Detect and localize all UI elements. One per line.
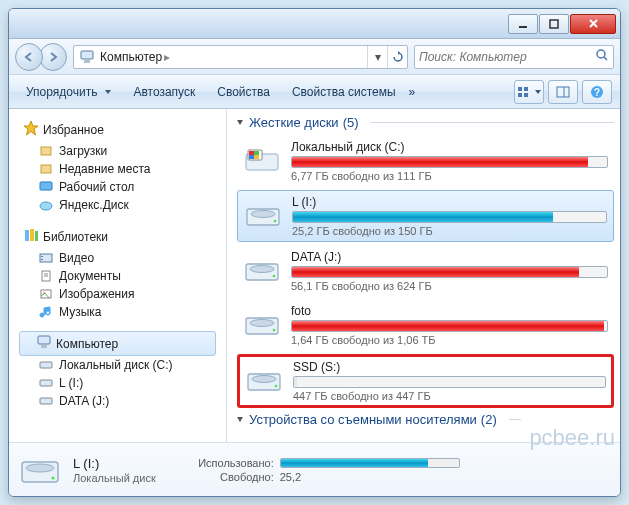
view-button[interactable] (514, 80, 544, 104)
drive-name: Локальный диск (C:) (291, 140, 608, 154)
svg-point-49 (250, 320, 274, 327)
nav-video[interactable]: Видео (19, 249, 226, 267)
libraries-icon (23, 227, 39, 246)
drive-item[interactable]: Локальный диск (C:)6,77 ГБ свободно из 1… (237, 136, 614, 186)
close-button[interactable] (570, 14, 616, 34)
nav-recent[interactable]: Недавние места (19, 160, 226, 178)
libraries-header[interactable]: Библиотеки (19, 224, 226, 249)
svg-rect-25 (41, 259, 43, 260)
nav-images[interactable]: Изображения (19, 285, 226, 303)
drive-status: 25,2 ГБ свободно из 150 ГБ (292, 225, 607, 237)
nav-downloads[interactable]: Загрузки (19, 142, 226, 160)
svg-rect-31 (38, 336, 50, 344)
help-button[interactable]: ? (582, 80, 612, 104)
svg-rect-38 (249, 151, 254, 155)
detail-used-bar (280, 458, 460, 468)
nav-desktop[interactable]: Рабочий стол (19, 178, 226, 196)
computer-header[interactable]: Компьютер (19, 331, 216, 356)
drive-icon (244, 201, 282, 231)
drive-item[interactable]: foto1,64 ГБ свободно из 1,06 ТБ (237, 300, 614, 350)
organize-button[interactable]: Упорядочить (17, 80, 120, 104)
preview-pane-button[interactable] (548, 80, 578, 104)
svg-rect-33 (40, 362, 52, 368)
computer-icon (36, 335, 52, 352)
svg-point-52 (252, 376, 276, 383)
svg-rect-17 (41, 165, 51, 173)
drive-status: 1,64 ГБ свободно из 1,06 ТБ (291, 334, 608, 346)
drive-usage-bar (291, 266, 608, 278)
system-properties-button[interactable]: Свойства системы (283, 80, 405, 104)
svg-point-50 (273, 329, 276, 332)
svg-rect-23 (40, 254, 52, 262)
maximize-button[interactable] (539, 14, 569, 34)
svg-point-43 (251, 211, 275, 218)
svg-rect-35 (40, 398, 52, 404)
nav-documents[interactable]: Документы (19, 267, 226, 285)
navigation-pane: Избранное Загрузки Недавние места Рабочи… (9, 109, 227, 442)
drive-name: foto (291, 304, 608, 318)
detail-free-value: 25,2 (280, 471, 301, 483)
svg-rect-41 (254, 155, 259, 159)
drive-item[interactable]: L (I:)25,2 ГБ свободно из 150 ГБ (237, 190, 614, 242)
drive-icon (245, 366, 283, 396)
watermark: pcbee.ru (529, 425, 615, 451)
drive-icon (243, 256, 281, 286)
svg-rect-9 (524, 87, 528, 91)
detail-type: Локальный диск (73, 472, 156, 484)
nav-drive-i[interactable]: L (I:) (19, 374, 226, 392)
svg-text:?: ? (594, 87, 600, 98)
detail-used-label: Использовано: (178, 457, 274, 469)
svg-point-53 (275, 385, 278, 388)
minimize-button[interactable] (508, 14, 538, 34)
drive-item[interactable]: DATA (J:)56,1 ГБ свободно из 624 ГБ (237, 246, 614, 296)
search-input[interactable] (419, 50, 595, 64)
svg-rect-24 (41, 256, 43, 257)
hdd-section-header[interactable]: Жесткие диски (5) (237, 115, 614, 130)
svg-point-44 (274, 220, 277, 223)
svg-rect-39 (254, 151, 259, 155)
drive-usage-bar (293, 376, 606, 388)
details-pane: L (I:) Локальный диск Использовано: Своб… (9, 442, 620, 496)
nav-drive-j[interactable]: DATA (J:) (19, 392, 226, 410)
drive-item[interactable]: SSD (S:)447 ГБ свободно из 447 ГБ (237, 354, 614, 408)
back-button[interactable] (15, 43, 43, 71)
drive-list: Локальный диск (C:)6,77 ГБ свободно из 1… (237, 136, 614, 408)
search-box[interactable] (414, 45, 614, 69)
content-pane: Жесткие диски (5) Локальный диск (C:)6,7… (227, 109, 620, 442)
drive-status: 6,77 ГБ свободно из 111 ГБ (291, 170, 608, 182)
svg-rect-1 (550, 20, 558, 28)
star-icon (23, 120, 39, 139)
drive-icon (243, 146, 281, 176)
address-bar[interactable]: Компьютер ▸ ▾ (73, 45, 408, 69)
drive-usage-bar (292, 211, 607, 223)
svg-rect-22 (35, 231, 38, 241)
search-icon (595, 48, 609, 65)
detail-free-label: Свободно: (178, 471, 274, 483)
drive-name: L (I:) (292, 195, 607, 209)
forward-button[interactable] (39, 43, 67, 71)
favorites-header[interactable]: Избранное (19, 117, 226, 142)
body: Избранное Загрузки Недавние места Рабочи… (9, 109, 620, 442)
navbar: Компьютер ▸ ▾ (9, 39, 620, 75)
svg-rect-5 (84, 60, 90, 63)
computer-icon (78, 48, 96, 66)
drive-name: SSD (S:) (293, 360, 606, 374)
explorer-window: Компьютер ▸ ▾ Упорядочить Автозапуск Сво… (8, 8, 621, 497)
svg-rect-4 (81, 51, 93, 59)
svg-point-19 (40, 202, 52, 210)
svg-rect-20 (25, 230, 29, 241)
svg-point-47 (273, 275, 276, 278)
nav-yandex-disk[interactable]: Яндекс.Диск (19, 196, 226, 214)
addr-dropdown[interactable]: ▾ (367, 46, 387, 68)
nav-music[interactable]: Музыка (19, 303, 226, 321)
toolbar: Упорядочить Автозапуск Свойства Свойства… (9, 75, 620, 109)
svg-point-56 (52, 476, 55, 479)
svg-rect-21 (30, 229, 34, 241)
properties-button[interactable]: Свойства (208, 80, 279, 104)
autorun-button[interactable]: Автозапуск (124, 80, 204, 104)
breadcrumb[interactable]: Компьютер ▸ (100, 50, 367, 64)
drive-status: 56,1 ГБ свободно из 624 ГБ (291, 280, 608, 292)
svg-rect-18 (40, 182, 52, 190)
refresh-button[interactable] (387, 46, 407, 68)
nav-drive-c[interactable]: Локальный диск (C:) (19, 356, 226, 374)
